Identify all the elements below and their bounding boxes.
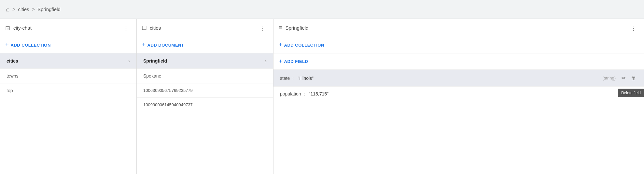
add-collection-plus-1: + (5, 42, 9, 49)
list-item-name: top (7, 88, 130, 93)
list-item[interactable]: top (0, 83, 136, 98)
list-item[interactable]: Spokane (137, 69, 273, 83)
col2-list: Springfield › Spokane 100630905675769235… (137, 53, 273, 174)
field-value-state: "Illinois" (298, 76, 600, 81)
add-field-plus: + (279, 58, 282, 65)
add-collection-button-3[interactable]: + ADD COLLECTION (273, 37, 644, 53)
column-3: ≡ Springfield ⋮ + ADD COLLECTION + ADD F… (273, 19, 644, 174)
list-item[interactable]: Springfield › (137, 53, 273, 69)
breadcrumb-separator-1: > (12, 7, 15, 12)
col2-title: cities (150, 25, 254, 31)
list-item-name: 100630905675769235779 (143, 88, 267, 93)
edit-icon[interactable]: ✏ (620, 74, 627, 82)
breadcrumb-springfield[interactable]: Springfield (37, 7, 61, 12)
field-key-population: population (280, 91, 301, 96)
column-2: ❑ cities ⋮ + ADD DOCUMENT Springfield › … (137, 19, 273, 174)
chevron-right-icon: › (265, 58, 267, 64)
add-field-button[interactable]: + ADD FIELD (273, 53, 644, 70)
breadcrumb: ⌂ > cities > Springfield (0, 0, 644, 19)
list-item-name: Spokane (143, 73, 267, 79)
col2-header: ❑ cities ⋮ (137, 19, 273, 37)
col1-header: ⊟ city-chat ⋮ (0, 19, 136, 37)
add-collection-label-1: ADD COLLECTION (11, 43, 51, 48)
col3-menu-icon[interactable]: ⋮ (628, 23, 639, 33)
list-item[interactable]: 100630905675769235779 (137, 83, 273, 98)
field-colon-population: : (304, 91, 305, 96)
breadcrumb-cities[interactable]: cities (18, 7, 29, 12)
field-wrapper-state: state : "Illinois" (string) ✏ 🗑 Delete f… (273, 70, 644, 87)
col1-title: city-chat (13, 25, 118, 31)
add-document-label: ADD DOCUMENT (147, 43, 184, 48)
list-item[interactable]: cities › (0, 53, 136, 69)
add-collection-plus-3: + (279, 42, 282, 49)
add-document-plus: + (142, 42, 146, 49)
delete-icon[interactable]: 🗑 (630, 75, 637, 82)
field-item-population[interactable]: population : "115,715" (273, 87, 644, 101)
add-document-button[interactable]: + ADD DOCUMENT (137, 37, 273, 53)
col3-title: Springfield (286, 25, 625, 31)
column-1: ⊟ city-chat ⋮ + ADD COLLECTION cities › … (0, 19, 137, 174)
list-item-name: 100990006145940949737 (143, 102, 267, 107)
list-item[interactable]: 100990006145940949737 (137, 98, 273, 112)
field-type-state: (string) (603, 76, 616, 80)
home-icon[interactable]: ⌂ (6, 6, 10, 13)
add-collection-label-3: ADD COLLECTION (284, 43, 324, 48)
list-item[interactable]: towns (0, 69, 136, 83)
list-item-name: towns (7, 73, 130, 79)
field-value-population: "115,715" (309, 91, 637, 96)
columns-container: ⊟ city-chat ⋮ + ADD COLLECTION cities › … (0, 19, 644, 174)
col3-header: ≡ Springfield ⋮ (273, 19, 644, 37)
collection-icon: ❑ (142, 25, 147, 31)
col1-menu-icon[interactable]: ⋮ (121, 23, 131, 33)
add-field-label: ADD FIELD (284, 59, 308, 64)
field-item-state[interactable]: state : "Illinois" (string) ✏ 🗑 (273, 70, 644, 87)
col1-list: cities › towns top (0, 53, 136, 174)
list-item-name: cities (7, 58, 128, 64)
list-item-name: Springfield (143, 58, 265, 64)
chevron-right-icon: › (128, 58, 130, 64)
add-collection-button-1[interactable]: + ADD COLLECTION (0, 37, 136, 53)
breadcrumb-separator-2: > (32, 7, 35, 12)
database-icon: ⊟ (5, 24, 10, 32)
field-colon-state: : (292, 76, 294, 81)
col2-menu-icon[interactable]: ⋮ (258, 23, 268, 33)
document-icon: ≡ (279, 24, 282, 31)
field-key-state: state (280, 76, 290, 81)
